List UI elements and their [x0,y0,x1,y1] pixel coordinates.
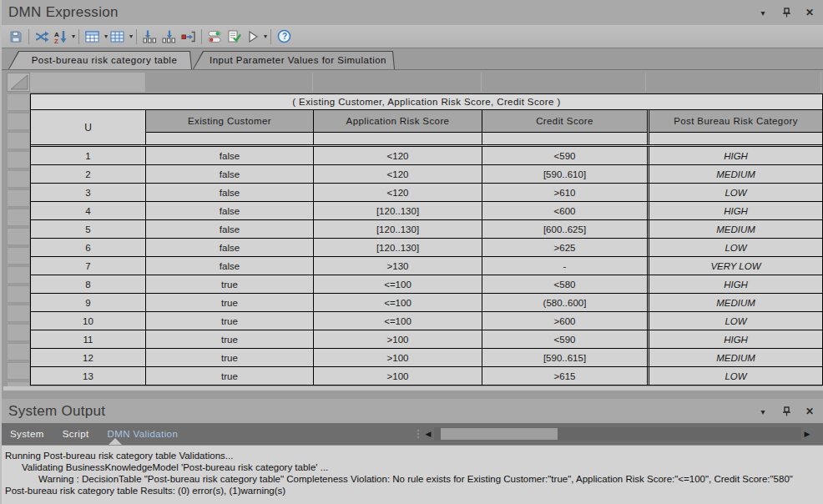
rule-input-cell[interactable]: <=100 [314,312,482,330]
row-gutter-cell[interactable] [7,151,30,169]
rule-number-cell[interactable]: 5 [31,220,146,238]
rule-input-cell[interactable]: >615 [482,367,647,385]
rule-input-cell[interactable]: [120..130] [314,220,482,238]
insert-rule-above-icon[interactable] [141,28,159,46]
simulation-toggle-icon[interactable] [206,28,224,46]
shuffle-icon[interactable] [33,28,51,46]
allowed-values-cell[interactable] [314,133,482,144]
rule-number-cell[interactable]: 11 [31,330,146,348]
grid-column-header[interactable] [313,73,482,92]
rule-input-cell[interactable]: >100 [314,367,482,385]
rule-output-cell[interactable]: LOW [647,312,822,330]
row-gutter-cell[interactable] [7,247,30,265]
rule-output-cell[interactable]: VERY LOW [647,257,822,275]
help-icon[interactable]: ? [275,28,293,46]
rule-input-cell[interactable]: <600 [482,202,647,219]
rule-number-cell[interactable]: 4 [31,202,146,219]
rule-input-cell[interactable]: true [146,275,314,293]
rule-input-cell[interactable]: >610 [482,184,647,201]
invocation-signature-row[interactable]: ( Existing Customer, Application Risk Sc… [31,94,822,110]
grid-select-all-corner[interactable] [7,73,30,92]
close-icon[interactable]: ✕ [805,406,815,416]
close-icon[interactable]: ✕ [805,8,815,18]
rule-output-cell[interactable]: MEDIUM [647,294,822,311]
scrollbar-thumb[interactable] [441,428,558,440]
rule-number-cell[interactable]: 3 [31,184,146,201]
rule-input-cell[interactable]: false [146,147,314,164]
table-view-dropdown-icon[interactable]: ▾ [104,33,108,40]
row-gutter-cell[interactable] [7,170,30,188]
grid-column-header[interactable] [482,73,646,92]
grid-column-header[interactable] [30,73,145,92]
row-gutter-cell[interactable] [7,209,30,226]
rule-input-cell[interactable]: false [146,165,314,183]
allowed-values-cell[interactable] [146,133,313,144]
grid-column-header[interactable] [646,73,821,92]
rule-input-cell[interactable]: (580..600] [482,294,647,311]
rule-output-cell[interactable]: MEDIUM [647,165,822,183]
rule-output-cell[interactable]: MEDIUM [647,349,822,366]
rule-number-cell[interactable]: 12 [31,349,146,366]
rule-output-cell[interactable]: HIGH [647,330,822,348]
table-view-icon[interactable] [83,28,102,46]
scroll-right-icon[interactable]: ▶ [801,426,813,441]
rule-input-cell[interactable]: false [146,220,314,238]
rule-input-cell[interactable]: <120 [314,147,482,164]
rule-input-cell[interactable]: true [146,349,314,366]
column-header-application-risk-score[interactable]: Application Risk Score [314,110,482,133]
rule-output-cell[interactable]: MEDIUM [647,220,822,238]
run-simulation-icon[interactable] [245,28,261,46]
rule-input-cell[interactable]: true [146,367,314,385]
row-gutter-cell[interactable] [7,285,30,303]
tab-post-bureau-risk-category-table[interactable]: Post-bureau risk category table [8,51,192,69]
rule-input-cell[interactable]: <=100 [314,294,482,311]
rule-input-cell[interactable]: <120 [314,165,482,183]
row-gutter-cell[interactable] [7,343,30,360]
rule-input-cell[interactable]: >130 [314,257,482,275]
panel-menu-icon[interactable]: ▾ [758,406,768,416]
hit-policy-cell[interactable]: U [31,110,146,144]
rule-input-cell[interactable]: [590..610] [482,165,647,183]
tab-input-parameter-values[interactable]: Input Parameter Values for Simulation [193,51,395,69]
save-icon[interactable] [8,28,24,46]
rule-input-cell[interactable]: <=100 [314,275,482,293]
rule-input-cell[interactable]: true [146,330,314,348]
pin-icon[interactable] [781,8,791,18]
rule-output-cell[interactable]: HIGH [647,202,822,219]
rule-input-cell[interactable]: false [146,257,314,275]
run-dropdown-icon[interactable]: ▾ [264,33,267,40]
row-gutter-cell[interactable] [7,324,30,341]
rule-number-cell[interactable]: 13 [31,367,146,385]
rule-number-cell[interactable]: 8 [31,275,146,293]
rule-input-cell[interactable]: <590 [482,330,647,348]
sort-dropdown-icon[interactable]: ▾ [72,33,75,40]
row-gutter-cell[interactable] [7,189,30,207]
rule-input-cell[interactable]: >600 [482,312,647,330]
rule-input-cell[interactable]: [120..130] [314,239,482,256]
rule-output-cell[interactable]: HIGH [647,147,822,164]
rule-input-cell[interactable]: <120 [314,184,482,201]
validate-icon[interactable] [225,28,243,46]
output-tab-system[interactable]: System [10,429,44,439]
rule-input-cell[interactable]: >100 [314,349,482,366]
rule-input-cell[interactable]: true [146,312,314,330]
rule-input-cell[interactable]: <580 [482,275,647,293]
rule-input-cell[interactable]: false [146,184,314,201]
grid-column-header[interactable] [145,73,313,92]
rule-output-cell[interactable]: LOW [647,184,822,201]
rule-output-cell[interactable]: LOW [647,239,822,256]
rule-input-cell[interactable]: false [146,239,314,256]
column-header-post-bureau-risk-category[interactable]: Post Bureau Risk Category [649,110,822,133]
allowed-values-cell[interactable] [649,133,822,144]
rule-number-cell[interactable]: 9 [31,294,146,311]
rule-number-cell[interactable]: 6 [31,239,146,256]
allowed-values-cell[interactable] [482,133,647,144]
rule-input-cell[interactable]: >625 [482,239,647,256]
rule-number-cell[interactable]: 7 [31,257,146,275]
insert-rule-below-icon[interactable] [160,28,178,46]
rule-input-cell[interactable]: - [482,257,647,275]
scroll-left-icon[interactable]: ◀ [422,426,434,441]
grid-view-icon[interactable] [109,28,127,46]
row-gutter-cell[interactable] [7,132,30,149]
sort-az-icon[interactable]: AZ [53,28,69,46]
